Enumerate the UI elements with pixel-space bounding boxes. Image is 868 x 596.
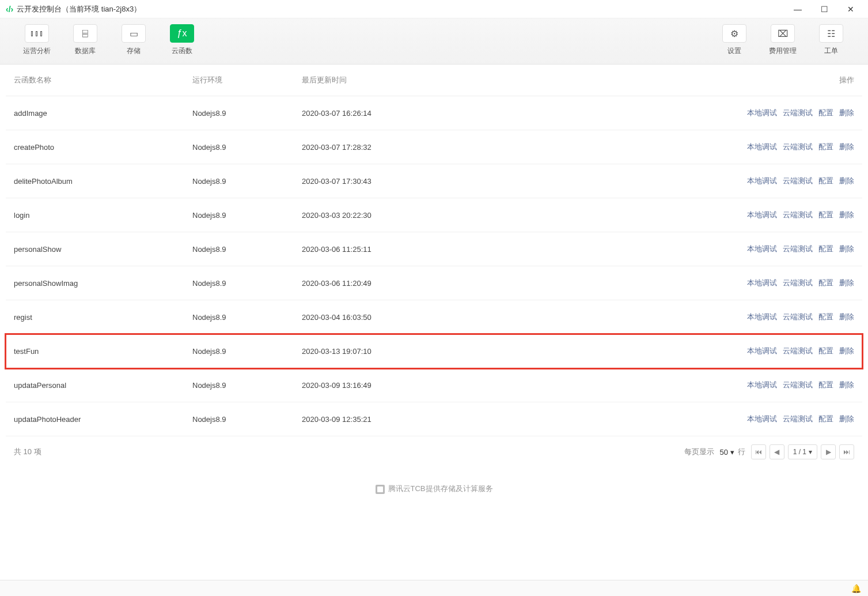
cell-time: 2020-03-09 13:16:49 — [294, 368, 712, 402]
table-row[interactable]: registNodejs8.92020-03-04 16:03:50本地调试云端… — [6, 300, 862, 334]
page-prev-button[interactable]: ◀ — [770, 444, 784, 459]
close-button[interactable]: ✕ — [845, 5, 856, 14]
toolbar-label: 工单 — [807, 46, 855, 56]
per-page-label: 每页显示 — [684, 447, 714, 457]
delete-link[interactable]: 删除 — [839, 176, 854, 185]
gear-icon: ⚙ — [722, 24, 746, 43]
maximize-button[interactable]: ☐ — [818, 5, 830, 14]
wallet-icon: ⌧ — [771, 24, 795, 43]
local-debug-link[interactable]: 本地调试 — [747, 176, 777, 185]
table-row[interactable]: createPhotoNodejs8.92020-03-07 17:28:32本… — [6, 130, 862, 164]
minimize-button[interactable]: — — [792, 5, 803, 14]
toolbar-item-storage[interactable]: ▭存储 — [109, 24, 158, 56]
cell-env: Nodejs8.9 — [184, 198, 294, 232]
cell-time: 2020-03-07 16:26:14 — [294, 96, 712, 130]
notification-bell-icon[interactable]: 🔔 — [851, 584, 861, 593]
config-link[interactable]: 配置 — [818, 108, 833, 117]
cell-name: delitePhotoAlbum — [6, 164, 184, 198]
delete-link[interactable]: 删除 — [839, 108, 854, 117]
cell-actions: 本地调试云端测试配置删除 — [712, 266, 862, 300]
table-row[interactable]: updataPersonalNodejs8.92020-03-09 13:16:… — [6, 368, 862, 402]
toolbar-item-analytics[interactable]: ⫾⫾⫾运营分析 — [13, 24, 61, 56]
delete-link[interactable]: 删除 — [839, 244, 854, 253]
cell-env: Nodejs8.9 — [184, 334, 294, 368]
local-debug-link[interactable]: 本地调试 — [747, 210, 777, 219]
delete-link[interactable]: 删除 — [839, 380, 854, 389]
cell-actions: 本地调试云端测试配置删除 — [712, 232, 862, 266]
cloud-test-link[interactable]: 云端测试 — [783, 176, 813, 185]
cell-actions: 本地调试云端测试配置删除 — [712, 334, 862, 368]
cell-actions: 本地调试云端测试配置删除 — [712, 96, 862, 130]
table-row[interactable]: loginNodejs8.92020-03-03 20:22:30本地调试云端测… — [6, 198, 862, 232]
table-row[interactable]: addImageNodejs8.92020-03-07 16:26:14本地调试… — [6, 96, 862, 130]
cell-time: 2020-03-13 19:07:10 — [294, 334, 712, 368]
total-count-label: 共 10 项 — [14, 447, 41, 457]
cell-time: 2020-03-06 11:20:49 — [294, 266, 712, 300]
cloud-test-link[interactable]: 云端测试 — [783, 244, 813, 253]
pager: 每页显示 50 ▾ 行 ⏮ ◀ 1 / 1 ▾ ▶ ⏭ — [684, 444, 854, 459]
delete-link[interactable]: 删除 — [839, 278, 854, 287]
local-debug-link[interactable]: 本地调试 — [747, 244, 777, 253]
per-page-select[interactable]: 50 ▾ — [720, 448, 734, 457]
cloud-test-link[interactable]: 云端测试 — [783, 278, 813, 287]
toolbar-item-billing[interactable]: ⌧费用管理 — [759, 24, 807, 56]
config-link[interactable]: 配置 — [818, 278, 833, 287]
local-debug-link[interactable]: 本地调试 — [747, 142, 777, 151]
cell-name: personalShowImag — [6, 266, 184, 300]
config-link[interactable]: 配置 — [818, 210, 833, 219]
cloud-test-link[interactable]: 云端测试 — [783, 210, 813, 219]
config-link[interactable]: 配置 — [818, 312, 833, 321]
local-debug-link[interactable]: 本地调试 — [747, 312, 777, 321]
toolbar-item-ticket[interactable]: ☷工单 — [807, 24, 855, 56]
config-link[interactable]: 配置 — [818, 380, 833, 389]
page-last-button[interactable]: ⏭ — [839, 444, 854, 459]
toolbar-label: 运营分析 — [13, 46, 61, 56]
cell-env: Nodejs8.9 — [184, 402, 294, 436]
page-next-button[interactable]: ▶ — [821, 444, 836, 459]
delete-link[interactable]: 删除 — [839, 414, 854, 423]
local-debug-link[interactable]: 本地调试 — [747, 108, 777, 117]
cloud-test-link[interactable]: 云端测试 — [783, 142, 813, 151]
cell-name: addImage — [6, 96, 184, 130]
local-debug-link[interactable]: 本地调试 — [747, 380, 777, 389]
function-icon: ƒx — [170, 24, 194, 43]
cloud-test-link[interactable]: 云端测试 — [783, 108, 813, 117]
app-logo-icon: ‹/› — [6, 5, 13, 14]
cell-actions: 本地调试云端测试配置删除 — [712, 402, 862, 436]
cell-time: 2020-03-03 20:22:30 — [294, 198, 712, 232]
cloud-test-link[interactable]: 云端测试 — [783, 312, 813, 321]
table-row[interactable]: updataPhotoHeaderNodejs8.92020-03-09 12:… — [6, 402, 862, 436]
cloud-test-link[interactable]: 云端测试 — [783, 346, 813, 355]
toolbar-label: 云函数 — [158, 46, 206, 56]
cell-time: 2020-03-07 17:28:32 — [294, 130, 712, 164]
local-debug-link[interactable]: 本地调试 — [747, 346, 777, 355]
local-debug-link[interactable]: 本地调试 — [747, 278, 777, 287]
table-row[interactable]: delitePhotoAlbumNodejs8.92020-03-07 17:3… — [6, 164, 862, 198]
config-link[interactable]: 配置 — [818, 142, 833, 151]
table-row[interactable]: personalShowImagNodejs8.92020-03-06 11:2… — [6, 266, 862, 300]
delete-link[interactable]: 删除 — [839, 210, 854, 219]
cloud-test-link[interactable]: 云端测试 — [783, 414, 813, 423]
config-link[interactable]: 配置 — [818, 244, 833, 253]
cloud-test-link[interactable]: 云端测试 — [783, 380, 813, 389]
table-row[interactable]: personalShowNodejs8.92020-03-06 11:25:11… — [6, 232, 862, 266]
delete-link[interactable]: 删除 — [839, 142, 854, 151]
table-row[interactable]: testFunNodejs8.92020-03-13 19:07:10本地调试云… — [6, 334, 862, 368]
delete-link[interactable]: 删除 — [839, 312, 854, 321]
config-link[interactable]: 配置 — [818, 176, 833, 185]
delete-link[interactable]: 删除 — [839, 346, 854, 355]
config-link[interactable]: 配置 — [818, 346, 833, 355]
window-controls: — ☐ ✕ — [792, 5, 862, 14]
tcb-credit: 腾讯云TCB提供存储及计算服务 — [6, 467, 862, 510]
toolbar-item-database[interactable]: ⌸数据库 — [61, 24, 109, 56]
cell-env: Nodejs8.9 — [184, 232, 294, 266]
cell-actions: 本地调试云端测试配置删除 — [712, 300, 862, 334]
toolbar-item-functions[interactable]: ƒx云函数 — [158, 24, 206, 56]
toolbar-item-settings[interactable]: ⚙设置 — [710, 24, 759, 56]
page-first-button[interactable]: ⏮ — [751, 444, 766, 459]
cell-actions: 本地调试云端测试配置删除 — [712, 130, 862, 164]
config-link[interactable]: 配置 — [818, 414, 833, 423]
cell-actions: 本地调试云端测试配置删除 — [712, 164, 862, 198]
page-indicator[interactable]: 1 / 1 ▾ — [788, 444, 817, 459]
local-debug-link[interactable]: 本地调试 — [747, 414, 777, 423]
